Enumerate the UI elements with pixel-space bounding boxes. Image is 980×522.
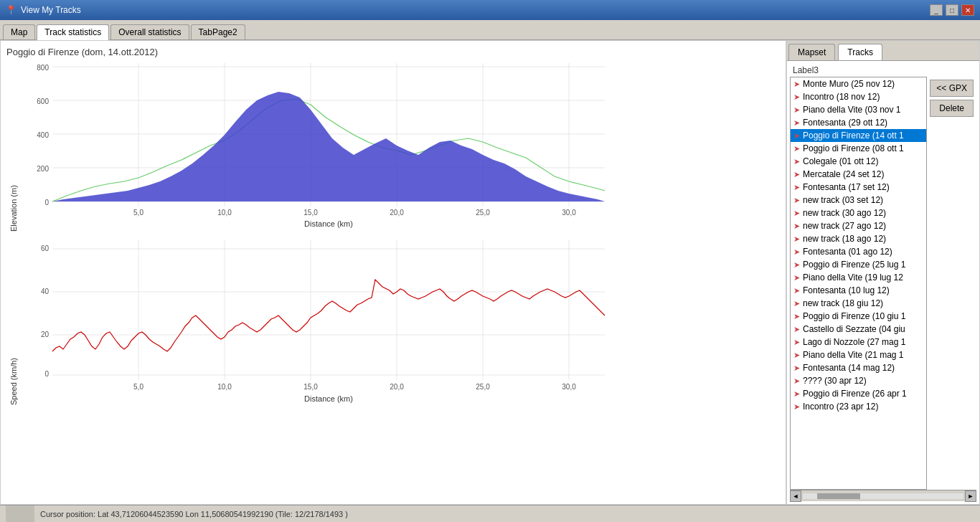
track-arrow-icon: ➤: [793, 170, 800, 179]
track-item[interactable]: ➤Poggio di Firenze (14 ott 1: [791, 129, 926, 142]
track-item[interactable]: ➤Incontro (18 nov 12): [791, 90, 926, 103]
track-arrow-icon: ➤: [793, 196, 800, 205]
svg-text:10,0: 10,0: [217, 209, 232, 217]
track-item[interactable]: ➤Poggio di Firenze (08 ott 1: [791, 142, 926, 155]
track-arrow-icon: ➤: [793, 157, 800, 166]
scroll-left-button[interactable]: ◄: [790, 490, 801, 502]
svg-text:Distance (km): Distance (km): [304, 394, 353, 403]
track-item[interactable]: ➤new track (27 ago 12): [791, 219, 926, 232]
track-arrow-icon: ➤: [793, 234, 800, 244]
track-item[interactable]: ➤Fontesanta (29 ott 12): [791, 116, 926, 129]
svg-text:200: 200: [37, 165, 49, 173]
scroll-thumb[interactable]: [817, 493, 860, 499]
track-item[interactable]: ➤Mercatale (24 set 12): [791, 168, 926, 181]
track-arrow-icon: ➤: [793, 286, 800, 295]
track-item[interactable]: ➤Poggio di Firenze (10 giu 1: [791, 310, 926, 323]
minimize-button[interactable]: _: [930, 4, 943, 16]
app-icon: 📍: [6, 5, 17, 15]
track-name: Mercatale (24 set 12): [803, 169, 884, 179]
title-bar-controls: _ □ ✕: [930, 4, 974, 16]
svg-text:10,0: 10,0: [217, 383, 232, 391]
svg-text:5,0: 5,0: [133, 383, 143, 391]
horizontal-scrollbar[interactable]: ◄ ►: [790, 490, 976, 501]
track-name: ???? (30 apr 12): [803, 376, 867, 386]
scroll-track[interactable]: [803, 493, 963, 499]
right-panel: Mapset Tracks Label3 ➤Monte Muro (25 nov…: [786, 40, 980, 505]
track-item[interactable]: ➤Poggio di Firenze (25 lug 1: [791, 258, 926, 271]
track-item[interactable]: ➤Castello di Sezzate (04 giu: [791, 323, 926, 336]
track-arrow-icon: ➤: [793, 247, 800, 257]
track-item[interactable]: ➤Poggio di Firenze (26 apr 1: [791, 387, 926, 400]
track-item[interactable]: ➤Piano della Vite (03 nov 1: [791, 103, 926, 116]
speed-y-label: Speed (km/h): [6, 240, 21, 405]
track-name: Incontro (18 nov 12): [803, 92, 880, 102]
svg-text:400: 400: [37, 131, 49, 139]
track-name: Colegale (01 ott 12): [803, 156, 878, 166]
track-name: Fontesanta (14 mag 12): [803, 363, 895, 373]
track-item[interactable]: ➤???? (30 apr 12): [791, 374, 926, 387]
track-item[interactable]: ➤Incontro (23 apr 12): [791, 400, 926, 413]
panel-tab-mapset[interactable]: Mapset: [788, 44, 835, 60]
track-name: Poggio di Firenze (14 ott 1: [803, 130, 904, 141]
track-item[interactable]: ➤Fontesanta (17 set 12): [791, 181, 926, 194]
elevation-y-label: Elevation (m): [6, 63, 21, 232]
title-bar-left: 📍 View My Tracks: [6, 5, 81, 15]
delete-button[interactable]: Delete: [930, 100, 974, 117]
track-arrow-icon: ➤: [793, 183, 800, 192]
tab-track-statistics[interactable]: Track statistics: [37, 24, 109, 40]
scroll-right-button[interactable]: ►: [965, 490, 976, 502]
track-arrow-icon: ➤: [793, 105, 800, 115]
label3: Label3: [790, 64, 976, 77]
track-name: new track (03 set 12): [803, 195, 883, 205]
track-arrow-icon: ➤: [793, 299, 800, 308]
track-arrow-icon: ➤: [793, 351, 800, 360]
speed-chart-wrap: Speed (km/h) 60 40 20 0: [6, 240, 780, 405]
track-name: Lago di Nozzole (27 mag 1: [803, 337, 905, 347]
track-item[interactable]: ➤Lago di Nozzole (27 mag 1: [791, 336, 926, 348]
tab-overall-statistics[interactable]: Overall statistics: [110, 24, 189, 39]
track-name: Poggio di Firenze (25 lug 1: [803, 260, 905, 270]
track-arrow-icon: ➤: [793, 389, 800, 399]
panel-content: Label3 ➤Monte Muro (25 nov 12)➤Incontro …: [787, 61, 979, 504]
tracks-list[interactable]: ➤Monte Muro (25 nov 12)➤Incontro (18 nov…: [790, 77, 927, 490]
speed-svg: 60 40 20 0: [24, 240, 612, 405]
track-item[interactable]: ➤Monte Muro (25 nov 12): [791, 77, 926, 90]
cursor-position: Cursor position: Lat 43,71206044523590 L…: [40, 510, 348, 518]
track-name: Castello di Sezzate (04 giu: [803, 324, 905, 334]
tab-map[interactable]: Map: [3, 24, 35, 39]
track-arrow-icon: ➤: [793, 325, 800, 334]
svg-text:30,0: 30,0: [562, 209, 576, 217]
left-panel: Poggio di Firenze (dom, 14.ott.2012) Ele…: [0, 40, 786, 505]
track-arrow-icon: ➤: [793, 144, 800, 153]
track-arrow-icon: ➤: [793, 260, 800, 270]
track-name: new track (18 ago 12): [803, 234, 886, 244]
svg-text:15,0: 15,0: [303, 383, 318, 391]
panel-tab-tracks[interactable]: Tracks: [838, 44, 882, 60]
track-item[interactable]: ➤new track (18 ago 12): [791, 232, 926, 245]
track-item[interactable]: ➤Fontesanta (14 mag 12): [791, 361, 926, 374]
track-name: Monte Muro (25 nov 12): [803, 79, 895, 89]
track-item[interactable]: ➤new track (30 ago 12): [791, 207, 926, 219]
svg-text:15,0: 15,0: [303, 209, 318, 217]
window-title: View My Tracks: [21, 5, 81, 15]
close-button[interactable]: ✕: [961, 4, 974, 16]
track-item[interactable]: ➤new track (18 giu 12): [791, 297, 926, 310]
gpx-button[interactable]: << GPX: [930, 80, 974, 97]
track-arrow-icon: ➤: [793, 92, 800, 102]
chart-title: Poggio di Firenze (dom, 14.ott.2012): [6, 47, 780, 57]
tracks-buttons: << GPX Delete: [927, 77, 976, 490]
track-item[interactable]: ➤Fontesanta (01 ago 12): [791, 245, 926, 258]
maximize-button[interactable]: □: [946, 4, 958, 16]
track-arrow-icon: ➤: [793, 118, 800, 128]
track-item[interactable]: ➤Piano della Vite (19 lug 12: [791, 271, 926, 284]
track-item[interactable]: ➤Fontesanta (10 lug 12): [791, 284, 926, 297]
tab-tabpage2[interactable]: TabPage2: [191, 24, 245, 39]
elevation-chart-wrap: Elevation (m) 800 600 400: [6, 63, 780, 232]
track-item[interactable]: ➤Piano della Vite (21 mag 1: [791, 348, 926, 361]
elevation-chart-inner: 800 600 400 200 0: [24, 63, 780, 232]
track-name: Poggio di Firenze (08 ott 1: [803, 143, 904, 153]
panel-tab-bar: Mapset Tracks: [787, 41, 979, 61]
track-item[interactable]: ➤new track (03 set 12): [791, 194, 926, 207]
track-item[interactable]: ➤Colegale (01 ott 12): [791, 155, 926, 168]
track-name: Fontesanta (29 ott 12): [803, 118, 887, 128]
